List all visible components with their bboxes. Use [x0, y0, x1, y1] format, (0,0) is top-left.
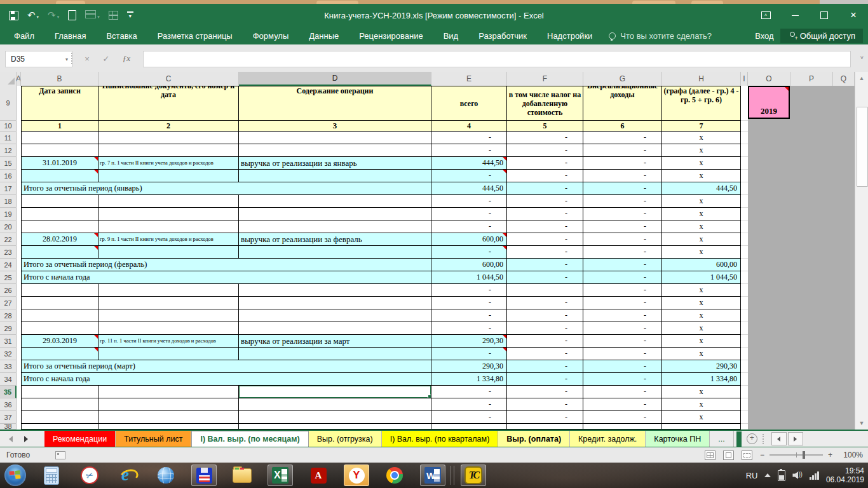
clock[interactable]: 19:5406.04.2019: [826, 466, 864, 484]
cell-H31[interactable]: x: [662, 335, 741, 348]
cell-H28[interactable]: x: [662, 309, 741, 322]
column-i-sliver[interactable]: [741, 297, 748, 309]
cell-C36[interactable]: [98, 398, 239, 411]
cell-G9[interactable]: Внереализационные доходы: [583, 86, 662, 121]
cell-D23[interactable]: [239, 246, 431, 259]
cell-G10[interactable]: 5: [507, 121, 583, 132]
cell-E35[interactable]: -: [431, 386, 507, 398]
cell-C31[interactable]: гр. 11 п. 1 части II книги учета доходов…: [98, 335, 239, 348]
column-i-sliver[interactable]: [741, 309, 748, 322]
column-i-sliver[interactable]: [741, 259, 748, 271]
cancel-icon[interactable]: ×: [79, 51, 95, 66]
hscroll-left-button[interactable]: [771, 432, 787, 445]
cell-F19[interactable]: -: [507, 208, 583, 220]
expand-formula-bar-icon[interactable]: ˅: [860, 55, 864, 61]
column-a-sliver[interactable]: [17, 182, 21, 195]
undo-button[interactable]: ↶▾: [27, 10, 39, 21]
cell-H19[interactable]: x: [662, 208, 741, 220]
row-header-26[interactable]: 26: [0, 284, 17, 297]
column-i-sliver[interactable]: [741, 182, 748, 195]
cell-G33[interactable]: -: [583, 360, 662, 373]
cell-E9[interactable]: всего: [431, 86, 507, 121]
cell-G38[interactable]: [583, 424, 662, 430]
cell-E32[interactable]: -: [431, 348, 507, 360]
cell-G22[interactable]: -: [583, 233, 662, 246]
scroll-up-button[interactable]: ▲: [855, 72, 868, 85]
cell-C35[interactable]: [98, 386, 239, 398]
cell-E20[interactable]: -: [431, 220, 507, 233]
column-a-sliver[interactable]: [17, 398, 21, 411]
cell-F35[interactable]: -: [507, 386, 583, 398]
taskbar-internet-explorer[interactable]: e: [115, 464, 140, 486]
column-i-sliver[interactable]: [741, 360, 748, 373]
cell-E31[interactable]: 290,30: [431, 335, 507, 348]
cell-E24[interactable]: 600,00: [431, 259, 507, 271]
cell-B17[interactable]: Итого за отчетный период (январь): [21, 182, 431, 195]
column-i-sliver[interactable]: [741, 86, 748, 121]
cell-E15[interactable]: 444,50: [431, 157, 507, 170]
taskbar-adobe-reader[interactable]: A: [306, 464, 331, 486]
column-i-sliver[interactable]: [741, 121, 748, 132]
cell-C32[interactable]: [98, 348, 239, 360]
column-i-sliver[interactable]: [741, 233, 748, 246]
cell-H38[interactable]: [662, 424, 741, 430]
cell-F34[interactable]: -: [507, 373, 583, 386]
cell-C9[interactable]: Наименование документа, его номер и дата: [98, 86, 239, 121]
column-header-C[interactable]: C: [98, 72, 239, 86]
cell-G24[interactable]: -: [583, 259, 662, 271]
page-break-view-button[interactable]: [742, 451, 752, 460]
column-header-A[interactable]: A: [17, 72, 21, 86]
column-a-sliver[interactable]: [17, 360, 21, 373]
cell-C29[interactable]: [98, 322, 239, 335]
ribbon-tab-главная[interactable]: Главная: [44, 31, 96, 41]
enter-icon[interactable]: ✓: [98, 51, 114, 66]
ribbon-tab-разметка-страницы[interactable]: Разметка страницы: [147, 31, 243, 41]
cell-F17[interactable]: -: [507, 182, 583, 195]
column-i-sliver[interactable]: [741, 348, 748, 360]
cell-F28[interactable]: -: [507, 309, 583, 322]
ribbon-tab-рецензирование[interactable]: Рецензирование: [349, 31, 433, 41]
row-header-32[interactable]: 32: [0, 348, 17, 360]
sheet-tab-рекомендации[interactable]: Рекомендации: [44, 431, 116, 447]
cell-D15[interactable]: выручка от реализации за январь: [239, 157, 431, 170]
cell-G35[interactable]: -: [583, 386, 662, 398]
cell-C27[interactable]: [98, 297, 239, 309]
cell-H25[interactable]: 1 044,50: [662, 271, 741, 284]
column-a-sliver[interactable]: [17, 157, 21, 170]
battery-icon[interactable]: [778, 470, 785, 481]
row-header-18[interactable]: 18: [0, 195, 17, 208]
taskbar-tc-app[interactable]: TC: [461, 464, 486, 486]
column-a-sliver[interactable]: [17, 195, 21, 208]
cell-G36[interactable]: -: [583, 398, 662, 411]
taskbar-floppy-app[interactable]: [191, 464, 217, 486]
cell-B19[interactable]: [21, 208, 98, 220]
cell-G11[interactable]: -: [583, 132, 662, 144]
row-header-23[interactable]: 23: [0, 246, 17, 259]
cell-D9[interactable]: Содержание операции: [239, 86, 431, 121]
cell-H27[interactable]: x: [662, 297, 741, 309]
cell-G34[interactable]: -: [583, 373, 662, 386]
cell-G32[interactable]: -: [583, 348, 662, 360]
close-button[interactable]: ×: [839, 4, 868, 27]
sign-in-button[interactable]: Вход: [755, 31, 773, 41]
column-i-sliver[interactable]: [741, 322, 748, 335]
cell-H33[interactable]: 290,30: [662, 360, 741, 373]
cell-D22[interactable]: выручка от реализации за февраль: [239, 233, 431, 246]
cell-H17[interactable]: 444,50: [662, 182, 741, 195]
row-header-9[interactable]: 9: [0, 86, 17, 121]
cell-C20[interactable]: [98, 220, 239, 233]
sheet-tab--[interactable]: ...: [710, 431, 733, 447]
ribbon-tab-формулы[interactable]: Формулы: [243, 31, 299, 41]
cell-F23[interactable]: -: [507, 246, 583, 259]
cell-G28[interactable]: -: [583, 309, 662, 322]
cell-E22[interactable]: 600,00: [431, 233, 507, 246]
column-i-sliver[interactable]: [741, 386, 748, 398]
cell-B28[interactable]: [21, 309, 98, 322]
name-box[interactable]: D35 ▾: [5, 51, 72, 67]
column-a-sliver[interactable]: [17, 246, 21, 259]
cell-H35[interactable]: x: [662, 386, 741, 398]
column-a-sliver[interactable]: [17, 411, 21, 424]
sheet-tab-i-вал-выр-по-месяцам-[interactable]: I) Вал. выр. (по месяцам): [191, 431, 308, 447]
cell-E17[interactable]: 444,50: [431, 182, 507, 195]
cell-H34[interactable]: 1 334,80: [662, 373, 741, 386]
